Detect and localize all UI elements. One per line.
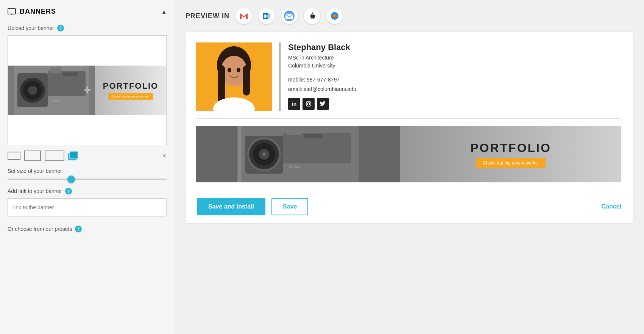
svg-text:Canon: Canon <box>51 99 61 102</box>
upload-help-icon[interactable]: ? <box>57 25 64 31</box>
portfolio-cta: Check out my recent works! <box>476 158 546 168</box>
add-link-text: Add link to your banner <box>8 188 62 194</box>
svg-rect-24 <box>285 14 293 19</box>
banner-upload-area[interactable]: Canon PORTFOLIO Check out my recent work… <box>8 35 167 145</box>
portfolio-camera-svg: Canon <box>196 126 400 182</box>
svg-rect-48 <box>304 134 323 138</box>
gmail-icon[interactable] <box>235 8 252 24</box>
portfolio-title: PORTFOLIO <box>470 141 551 155</box>
sig-contact: mobile: 987-677-8797 email: stef@columbi… <box>288 75 621 94</box>
presets-label-text: Or choose from our presets <box>8 226 72 232</box>
svg-point-36 <box>237 68 240 72</box>
banner-camera-area: Canon <box>8 66 95 115</box>
monitor-icon <box>8 8 16 15</box>
size-slider-container <box>8 179 167 180</box>
sig-university: Columbia University <box>288 62 621 70</box>
banner-section: Canon PORTFOLIO Check out my recent work… <box>196 126 621 182</box>
sig-title: MSc in Architecture Columbia University <box>288 54 621 70</box>
svg-point-18 <box>264 14 267 18</box>
person-photo-svg <box>196 42 272 111</box>
banners-title-icon <box>8 8 16 15</box>
close-button[interactable]: × <box>162 152 167 160</box>
outlook-icon[interactable] <box>258 8 275 24</box>
banner-controls: × <box>8 151 167 161</box>
size-btn-large[interactable] <box>45 151 64 161</box>
instagram-badge[interactable] <box>303 98 315 110</box>
sig-mobile: mobile: 987-677-8797 <box>288 75 621 85</box>
set-size-label: Set size of your banner <box>8 168 167 174</box>
save-and-install-button[interactable]: Save and install <box>197 198 265 215</box>
upload-label-text: Upload your banner <box>8 25 54 31</box>
svg-rect-10 <box>63 72 78 76</box>
gallery-icon[interactable] <box>68 151 79 160</box>
size-btn-small[interactable] <box>8 152 20 160</box>
linkedin-badge[interactable]: in <box>288 98 300 110</box>
apple-mail-icon[interactable] <box>281 8 298 24</box>
svg-text:Canon: Canon <box>289 165 301 169</box>
svg-rect-33 <box>243 65 250 96</box>
sig-title-line1: MSc in Architecture <box>288 54 621 62</box>
upload-section-label: Upload your banner ? <box>8 25 167 31</box>
cancel-button[interactable]: Cancel <box>602 203 621 210</box>
signature-info: Stephany Black MSc in Architecture Colum… <box>288 42 621 110</box>
banner-cta-small: Check out my recent works! <box>108 93 153 100</box>
preview-header: PREVIEW IN <box>186 8 633 24</box>
svg-rect-47 <box>287 128 302 135</box>
portfolio-banner: Canon PORTFOLIO Check out my recent work… <box>196 126 621 182</box>
add-link-label: Add link to your banner ? <box>8 188 167 194</box>
preview-card-wrapper: Stephany Black MSc in Architecture Colum… <box>186 32 633 223</box>
banner-portfolio-text: PORTFOLIO <box>103 81 158 91</box>
signature-divider <box>279 42 281 111</box>
panel-title: BANNERS <box>8 8 56 16</box>
twitter-badge[interactable] <box>317 98 329 110</box>
preview-inner: Stephany Black MSc in Architecture Colum… <box>186 32 633 190</box>
signature-photo <box>196 42 272 111</box>
svg-rect-50 <box>238 126 242 182</box>
banners-title-text: BANNERS <box>20 8 56 16</box>
portfolio-text-block: PORTFOLIO Check out my recent works! <box>400 136 621 173</box>
svg-rect-14 <box>70 152 77 158</box>
svg-point-45 <box>262 152 266 156</box>
svg-point-7 <box>28 86 37 95</box>
apple-icon[interactable] <box>304 8 320 24</box>
svg-point-39 <box>310 102 310 103</box>
svg-point-38 <box>307 103 310 105</box>
preview-in-label: PREVIEW IN <box>186 12 229 20</box>
camera-svg: Canon <box>8 66 95 115</box>
sig-social: in <box>288 98 621 110</box>
svg-point-35 <box>228 68 231 72</box>
svg-rect-9 <box>50 67 61 73</box>
size-btn-medium[interactable] <box>24 151 41 161</box>
left-panel: BANNERS ▲ Upload your banner ? Canon <box>0 0 174 334</box>
svg-rect-0 <box>8 9 16 14</box>
link-help-icon[interactable]: ? <box>65 188 72 194</box>
action-bar: Save and install Save Cancel <box>186 190 633 223</box>
banner-text-area: PORTFOLIO Check out my recent works! <box>95 77 166 103</box>
presets-label: Or choose from our presets ? <box>8 226 167 232</box>
right-panel: PREVIEW IN <box>174 0 644 334</box>
presets-help-icon[interactable]: ? <box>75 226 82 232</box>
signature-area: Stephany Black MSc in Architecture Colum… <box>196 42 621 119</box>
portfolio-camera: Canon <box>196 126 400 182</box>
collapse-arrow[interactable]: ▲ <box>161 9 167 15</box>
banner-link-input[interactable] <box>8 198 167 216</box>
panel-header: BANNERS ▲ <box>8 8 167 16</box>
save-button[interactable]: Save <box>271 198 308 215</box>
sig-name: Stephany Black <box>288 42 621 52</box>
thunderbird-icon[interactable] <box>326 8 343 24</box>
sig-email: email: stef@columbiauni.edu <box>288 85 621 94</box>
